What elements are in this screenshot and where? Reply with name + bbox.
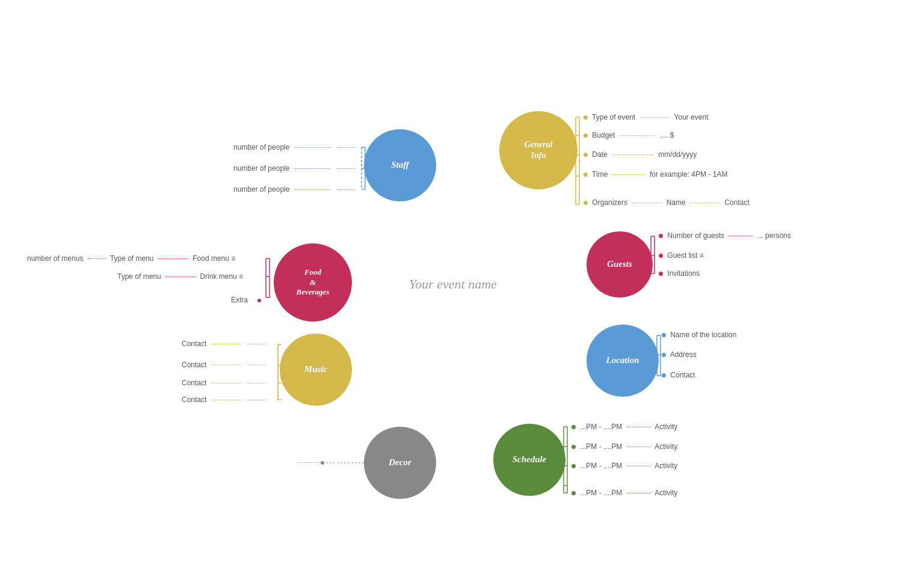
circle-music: Music xyxy=(280,334,352,406)
diagram: Staff GeneralInfo Food&Beverages Guests … xyxy=(0,0,924,571)
location-address: Address xyxy=(662,350,697,359)
food-food-menu: number of menus Type of menu Food menu ≡ xyxy=(27,254,235,263)
music-contact-4: Contact xyxy=(182,395,268,404)
location-contact: Contact xyxy=(662,371,695,379)
svg-point-20 xyxy=(257,299,261,302)
general-time: Time for example: 4PM - 1AM xyxy=(584,170,727,179)
general-budget: Budget .... $ xyxy=(584,131,674,139)
guests-invitations: Invitations xyxy=(659,269,700,278)
food-drink-menu: Type of menu Drink menu ≡ xyxy=(117,272,243,281)
decor-connector xyxy=(295,458,324,466)
circle-general: GeneralInfo xyxy=(499,111,578,189)
music-contact-1: Contact xyxy=(182,340,268,348)
circle-location: Location xyxy=(587,325,659,397)
general-date: Date mm/dd/yyyy xyxy=(584,150,697,159)
staff-label-1: number of people xyxy=(233,143,357,151)
general-organizers: Organizers Name Contact xyxy=(584,198,750,207)
staff-label-2: number of people xyxy=(233,164,357,173)
music-contact-2: Contact xyxy=(182,361,268,369)
event-name: Your event name xyxy=(409,276,497,292)
schedule-item-4: ...PM - ....PM Activity xyxy=(571,489,677,497)
guests-list: Guest list ≡ xyxy=(659,251,704,260)
guests-number: Number of guests ... persons xyxy=(659,231,791,240)
location-name: Name of the location xyxy=(662,331,736,339)
circle-food: Food&Beverages xyxy=(274,243,352,322)
schedule-item-3: ...PM - ....PM Activity xyxy=(571,462,677,470)
circle-schedule: Schedule xyxy=(493,424,565,496)
schedule-item-1: ...PM - ....PM Activity xyxy=(571,423,677,431)
schedule-item-2: ...PM - ....PM Activity xyxy=(571,442,677,451)
food-extra: Extra xyxy=(231,296,248,304)
general-type: Type of event Your event xyxy=(584,113,709,121)
circle-guests: Guests xyxy=(587,231,653,298)
circle-staff: Staff xyxy=(364,129,436,201)
staff-label-3: number of people xyxy=(233,185,357,194)
music-contact-3: Contact xyxy=(182,379,268,387)
circle-decor: Decor xyxy=(364,427,436,499)
